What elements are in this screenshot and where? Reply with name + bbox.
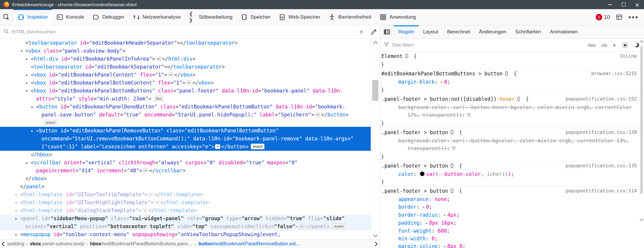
- sidebar-tab-regeln[interactable]: Regeln: [394, 25, 419, 38]
- markup-line[interactable]: pageincrement="414" increment="48">⋯</sc…: [0, 167, 371, 175]
- expand-arrow-icon[interactable]: ▶: [15, 199, 17, 207]
- show-all-nodes-badge[interactable]: ⋯: [168, 72, 174, 77]
- tab-stilbearbeitung[interactable]: { }Stilbearbeitung: [185, 9, 237, 25]
- add-rule-button[interactable]: +: [609, 41, 619, 49]
- style-filter-input[interactable]: [391, 42, 585, 48]
- pseudo-class-toggle[interactable]: :hov: [585, 41, 598, 49]
- markup-line[interactable]: ▶<button id="editBookmarkPanelRemoveButt…: [0, 127, 371, 135]
- event-badge[interactable]: event: [251, 144, 264, 149]
- markup-line[interactable]: <toolbarseparator id="editBookmarkHeader…: [0, 39, 371, 47]
- rule-declaration[interactable]: border: ▶0;: [380, 203, 644, 211]
- rules-scroll-down-icon[interactable]: [640, 217, 643, 221]
- show-all-nodes-badge[interactable]: ⋯: [315, 112, 320, 117]
- node-picker-button[interactable]: [0, 9, 13, 25]
- markup-line[interactable]: ▼<vbox class="panel-subview-body">: [0, 47, 371, 55]
- scroll-up-icon[interactable]: [373, 41, 378, 46]
- rules-scrollbar-thumb[interactable]: [640, 46, 643, 194]
- markup-line[interactable]: {"count":1}" label="Lesezeichen entferne…: [0, 143, 371, 151]
- highlight-selector-icon[interactable]: [450, 129, 454, 137]
- computed-expander-icon[interactable]: ▶: [444, 245, 446, 248]
- show-all-nodes-badge[interactable]: ⋯: [148, 192, 154, 197]
- markup-line[interactable]: orient="vertical" position="bottomcenter…: [0, 223, 371, 231]
- breadcrumb-scroll-right-icon[interactable]: [373, 241, 378, 246]
- toolbox-menu-button[interactable]: ●●●: [628, 14, 639, 20]
- rule-selector-line[interactable]: .panel-footer > button {popupnotificatio…: [380, 129, 644, 137]
- rule-selector-line[interactable]: Element {Inline: [380, 52, 644, 61]
- collapse-arrow-icon[interactable]: ▼: [26, 87, 28, 95]
- rule-declaration[interactable]: padding: ▶8px 16px;: [380, 219, 644, 227]
- highlight-selector-icon[interactable]: [516, 96, 521, 103]
- rules-scroll-up-icon[interactable]: [640, 40, 643, 44]
- markup-line[interactable]: ▼<hbox id="editBookmarkPanelBottomButton…: [0, 87, 371, 95]
- rule-declaration[interactable]: background-color: var(--button-bgcolor, …: [380, 137, 644, 145]
- collapse-arrow-icon[interactable]: ▼: [21, 47, 23, 55]
- three-pane-toggle-button[interactable]: [380, 25, 394, 38]
- maximize-button[interactable]: [617, 0, 630, 9]
- markup-line[interactable]: panel-save-button" default="true" oncomm…: [0, 111, 371, 119]
- breadcrumb-item[interactable]: vbox.panel-subview-body: [30, 241, 84, 247]
- show-all-nodes-badge[interactable]: ⋯: [154, 200, 160, 205]
- computed-expander-icon[interactable]: ▶: [444, 213, 446, 217]
- eyedropper-button[interactable]: [367, 25, 380, 38]
- markup-line[interactable]: attrs="style" style="min-width: 23em">fl…: [0, 95, 371, 103]
- stylesheet-source-link[interactable]: popupnotification.css:152: [566, 95, 637, 103]
- event-badge[interactable]: event: [332, 223, 346, 229]
- markup-line[interactable]: </vbox>: [0, 175, 371, 183]
- expand-arrow-icon[interactable]: ▶: [15, 207, 17, 215]
- sidebar-tab-schriftarten[interactable]: Schriftarten: [511, 25, 545, 38]
- stylesheet-source-link[interactable]: popupnotification.css:114: [566, 187, 637, 195]
- rules-scrollbar[interactable]: [639, 38, 644, 222]
- error-count-badge[interactable]: ! 10: [596, 14, 610, 20]
- scrollbar-thumb[interactable]: [372, 80, 378, 101]
- rule-selector-line[interactable]: .panel-footer > button {popupnotificatio…: [380, 162, 644, 170]
- tab-speicher[interactable]: Speicher: [237, 9, 274, 25]
- event-badge[interactable]: event: [44, 120, 57, 125]
- expand-arrow-icon[interactable]: ▶: [15, 215, 17, 223]
- flex-badge[interactable]: flex: [154, 96, 164, 101]
- rule-declaration[interactable]: min-width: 0;: [380, 235, 644, 242]
- tab-konsole[interactable]: Konsole: [52, 9, 88, 25]
- breadcrumb-item[interactable]: padding: [7, 241, 24, 247]
- overridden-filter-icon[interactable]: [467, 112, 471, 119]
- markup-line[interactable]: ▶<html:template id="UITourHighlightTempl…: [0, 199, 371, 207]
- minimize-button[interactable]: [603, 0, 617, 9]
- markup-line[interactable]: ▶<html:template id="dialogStackTemplate"…: [0, 207, 371, 215]
- tab-anwendung[interactable]: Anwendung: [375, 9, 420, 25]
- computed-expander-icon[interactable]: ▶: [423, 205, 425, 209]
- show-all-nodes-badge[interactable]: ⋯: [156, 56, 161, 61]
- markup-line[interactable]: ▶<vbox id="editBookmarkPanelBottomConten…: [0, 79, 371, 87]
- stylesheet-source-link[interactable]: browser.css:5215: [591, 70, 637, 77]
- rule-declaration[interactable]: 17%, transparent));: [380, 111, 644, 119]
- markup-line[interactable]: ▶<button id="editBookmarkPanelDoneButton…: [0, 103, 371, 111]
- show-all-nodes-badge[interactable]: ⋯: [299, 224, 304, 229]
- markup-scrollbar[interactable]: [371, 39, 380, 239]
- rule-selector-line[interactable]: #editBookmarkPanelBottomButtons > button…: [380, 70, 644, 78]
- markup-line[interactable]: </hbox>: [0, 151, 371, 159]
- search-input[interactable]: [11, 29, 355, 35]
- sidebar-tab-änderungen[interactable]: Änderungen: [474, 25, 511, 38]
- highlight-selector-icon[interactable]: [504, 70, 509, 78]
- color-swatch[interactable]: [420, 171, 425, 176]
- markup-line[interactable]: ▶<menupopup id="toolbar-context-menu" on…: [0, 231, 371, 239]
- rule-declaration[interactable]: color: var(--button-color, inherit);: [380, 170, 644, 178]
- rule-declaration[interactable]: font-weight: 600;: [380, 227, 644, 235]
- tab-web-speicher[interactable]: Web-Speicher: [274, 9, 324, 25]
- stylesheet-source-link[interactable]: popupnotification.css:135: [566, 162, 637, 170]
- dock-mode-button[interactable]: [615, 14, 623, 21]
- tab-barrierefreiheit[interactable]: Barrierefreiheit: [324, 9, 375, 25]
- expand-arrow-icon[interactable]: ▶: [26, 71, 28, 79]
- show-all-nodes-badge[interactable]: ⋯: [186, 80, 192, 85]
- breadcrumb-item[interactable]: hbox#editBookmarkPanelBottomButtons.pane…: [90, 241, 193, 247]
- rule-declaration[interactable]: margin-inline: ▶8px 0;: [380, 242, 644, 248]
- show-all-nodes-badge[interactable]: ⋯: [143, 168, 148, 173]
- sidebar-tab-berechnet[interactable]: Berechnet: [443, 25, 475, 38]
- stylesheet-source-link[interactable]: Inline: [620, 52, 637, 60]
- markup-line[interactable]: ▶<vbox id="editBookmarkPanelContent" fle…: [0, 71, 371, 79]
- expand-arrow-icon[interactable]: ▶: [26, 79, 28, 87]
- light-scheme-button[interactable]: [619, 42, 631, 48]
- markup-line[interactable]: ▶<html:template id="UITourTooltipTemplat…: [0, 191, 371, 199]
- tab-debugger[interactable]: Debugger: [88, 9, 129, 25]
- highlight-selector-icon[interactable]: [450, 188, 454, 195]
- highlight-selector-icon[interactable]: [450, 163, 454, 170]
- tab-inspektor[interactable]: Inspektor: [13, 9, 52, 25]
